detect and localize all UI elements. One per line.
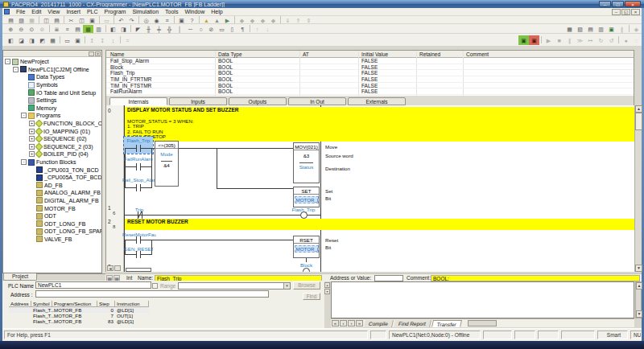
breakpoint-icon[interactable]: ●: [621, 35, 631, 45]
simulator-online-icon[interactable]: ▣: [518, 35, 529, 45]
new-instruction-icon[interactable]: ▭: [217, 25, 227, 33]
symbol-table-icon[interactable]: ≡: [162, 16, 172, 24]
variable-row[interactable]: Flash_TripBOOLFALSE: [106, 70, 634, 76]
work-online-simulator-icon[interactable]: ▶: [222, 16, 233, 24]
tab-in-out[interactable]: In Out: [288, 97, 346, 105]
tree-item-odt-long-fb-spare[interactable]: ODT_LONG_FB_SPARE: [3, 228, 101, 236]
tab-internals[interactable]: Internals: [109, 97, 167, 105]
tree-item-programs[interactable]: -Programs: [3, 112, 101, 120]
expand-icon[interactable]: +: [29, 121, 35, 126]
show-project-workspace-icon[interactable]: ◧: [6, 35, 16, 45]
collapse-icon[interactable]: -: [21, 113, 27, 118]
properties-icon[interactable]: ▣: [176, 16, 187, 24]
output-coil[interactable]: [300, 211, 308, 219]
collapse-icon[interactable]: -: [5, 59, 10, 64]
tree-item-settings[interactable]: Settings: [3, 96, 101, 105]
sim-step-icon[interactable]: ≫: [575, 35, 585, 45]
output-tab-compile[interactable]: Compile: [364, 320, 394, 327]
new-coil-icon[interactable]: ○: [196, 25, 206, 33]
comment-field[interactable]: BOOL:: [431, 275, 640, 281]
variable-row[interactable]: FailRunAlarmBOOLFALSE: [106, 88, 634, 95]
mdi-close-button[interactable]: ×: [631, 9, 640, 15]
online-work-icon[interactable]: ▲: [212, 16, 222, 24]
tree-item-valve-fb[interactable]: VALVE_FB: [3, 236, 101, 244]
new-closed-contact-icon[interactable]: ╪: [154, 25, 164, 33]
spin-down-icon[interactable]: ▾: [324, 289, 330, 294]
compare-instruction-block[interactable]: <>(305) Mode &4: [155, 141, 179, 187]
variable-row[interactable]: BlockBOOLFALSE: [106, 64, 634, 71]
pause-monitor-icon[interactable]: ∥: [617, 25, 627, 33]
rung-comment[interactable]: DISPLAY MOTOR STATUS AND SET BUZZER MOTO…: [125, 107, 634, 142]
paste-icon[interactable]: ▣: [87, 16, 97, 24]
browse-button[interactable]: Browse: [293, 281, 320, 289]
tree-item-digital-alarm-fb[interactable]: DIGITAL_ALARM_FB: [3, 197, 101, 205]
tree-item-io-table-and-unit-setup[interactable]: IO Table and Unit Setup: [3, 88, 101, 96]
last-tab-icon[interactable]: »: [356, 320, 363, 326]
zoom-out-icon[interactable]: ⊖: [16, 25, 27, 33]
new-horizontal-icon[interactable]: ─: [185, 25, 196, 33]
scroll-left-icon[interactable]: ◄: [107, 265, 114, 271]
undo-icon[interactable]: ↶: [116, 16, 126, 24]
variable-row[interactable]: Fail_Stop_AlarmBOOLFALSE: [106, 58, 634, 64]
tab-inputs[interactable]: Inputs: [169, 97, 227, 105]
spin-up-icon[interactable]: ▴: [324, 282, 330, 288]
column-comment[interactable]: Comment: [466, 51, 489, 57]
zoom-fit-icon[interactable]: ⊙: [27, 25, 37, 33]
cut-icon[interactable]: ✂: [66, 16, 76, 24]
clear-breakpoints-icon[interactable]: ◌: [631, 35, 642, 45]
expand-icon[interactable]: +: [29, 151, 35, 157]
output-scrollbar[interactable]: ▲ ▼: [635, 281, 642, 318]
column-program-section[interactable]: Program/Section: [52, 301, 97, 307]
prev-tab-icon[interactable]: ‹: [340, 320, 347, 326]
mov-instruction-block[interactable]: MOV(021) &3 Status: [293, 142, 320, 183]
tab-externals[interactable]: Externals: [348, 97, 406, 105]
compare-with-plc-icon[interactable]: ⇕: [303, 16, 314, 24]
sim-continuous-icon[interactable]: ↻: [596, 35, 606, 45]
scroll-thumb[interactable]: [114, 265, 121, 271]
tree-item-motor-fb[interactable]: MOTOR_FB: [3, 204, 101, 212]
sim-run-icon[interactable]: ▶: [543, 35, 554, 45]
program-mode-icon[interactable]: ◆: [237, 16, 247, 24]
column-retained[interactable]: Retained: [419, 51, 440, 57]
new-closed-coil-icon[interactable]: ⊘: [206, 25, 217, 33]
new-contact-icon[interactable]: ╫: [143, 25, 154, 33]
large-symbols-icon[interactable]: ▭: [101, 16, 112, 24]
rung-above-icon[interactable]: ≣: [52, 25, 62, 33]
contact-symbol[interactable]: [126, 145, 151, 152]
output-tab-find-report[interactable]: Find Report: [394, 320, 431, 327]
transfer-from-plc-icon[interactable]: ⇑: [293, 16, 303, 24]
title-bar[interactable]: PACPRO4_20141711_1000 - CX-Programmer - …: [0, 0, 644, 8]
new-vertical-icon[interactable]: │: [175, 25, 185, 33]
rset-instruction-block[interactable]: RSET MOTOR_BU: [293, 236, 320, 258]
find-button[interactable]: Find: [303, 293, 320, 300]
range-checkbox[interactable]: [152, 283, 158, 289]
open-project-icon[interactable]: ▨: [16, 16, 27, 24]
force-set-icon[interactable]: ↥: [87, 35, 97, 45]
menu-simulation[interactable]: Simulation: [129, 8, 162, 16]
show-comments-icon[interactable]: ◧: [108, 25, 118, 33]
tree-item-sequence-02-[interactable]: +SEQUENCE (02): [3, 135, 101, 143]
show-output-window-icon[interactable]: ◪: [16, 35, 27, 45]
ladder-scrollbar[interactable]: ▲ ▼: [634, 105, 642, 272]
debug-mode-icon[interactable]: ◆: [247, 16, 258, 24]
set-value-icon[interactable]: =: [122, 35, 133, 45]
menu-window[interactable]: Window: [181, 8, 208, 16]
force-reset-icon[interactable]: ↧: [97, 35, 108, 45]
output-tab-transfer[interactable]: Transfer: [431, 320, 462, 327]
new-or-contact-icon[interactable]: ╬: [164, 25, 175, 33]
tree-item-newplc1-cj2m-offline[interactable]: -NewPLC1[CJ2M] Offline: [3, 66, 101, 74]
scroll-down-icon[interactable]: ▼: [636, 310, 642, 318]
output-coil[interactable]: [303, 268, 310, 272]
tree-item--cpu003-ton-bcd[interactable]: _CPU003_TON_BCD: [3, 166, 101, 174]
menu-file[interactable]: File: [13, 8, 28, 16]
show-cross-reference-icon[interactable]: ▦: [47, 35, 58, 45]
tree-item-boiler-pid-04-[interactable]: +BOILER_PID (04): [3, 150, 101, 158]
variable-row[interactable]: TIM_IN_FTSTMRBOOLFALSE: [106, 83, 634, 89]
properties-window-icon[interactable]: ▣: [72, 35, 83, 45]
io-comment-icon[interactable]: ▥: [596, 25, 606, 33]
cross-reference-icon[interactable]: ▧: [575, 25, 585, 33]
expand-icon[interactable]: +: [29, 136, 35, 142]
address-row[interactable]: Flash_T...MOTOR_FB0@LD[1]: [9, 307, 149, 313]
chevron-down-icon[interactable]: ▾: [283, 283, 290, 289]
address-combo[interactable]: ▾: [178, 282, 291, 289]
